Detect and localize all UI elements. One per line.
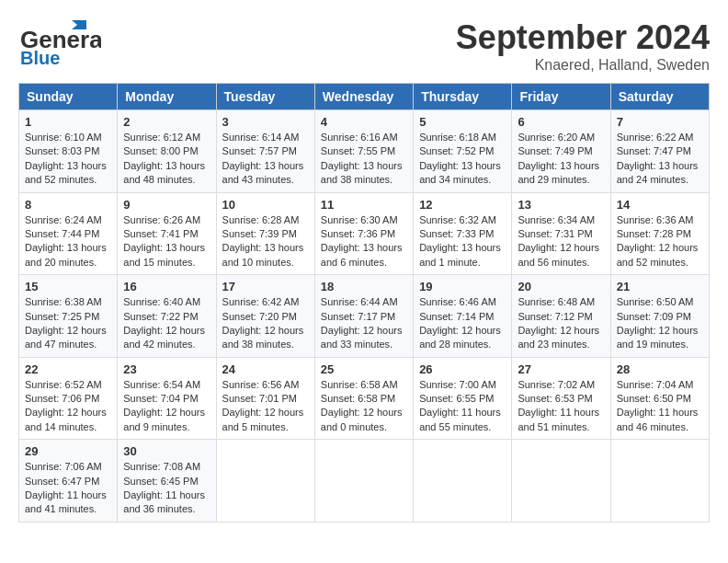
- cell-line: Sunset: 6:53 PM: [518, 392, 604, 406]
- calendar-cell: 19Sunrise: 6:46 AMSunset: 7:14 PMDayligh…: [414, 275, 512, 358]
- calendar-cell: 1Sunrise: 6:10 AMSunset: 8:03 PMDaylight…: [19, 110, 118, 193]
- cell-line: Sunset: 7:31 PM: [518, 227, 604, 241]
- calendar-cell: 20Sunrise: 6:48 AMSunset: 7:12 PMDayligh…: [512, 275, 610, 358]
- cell-line: Sunset: 7:39 PM: [222, 227, 309, 241]
- cell-content: Sunrise: 6:52 AMSunset: 7:06 PMDaylight:…: [25, 378, 111, 435]
- calendar-cell: [414, 440, 512, 523]
- calendar-cell: [314, 440, 413, 523]
- cell-line: Daylight: 13 hours: [321, 159, 407, 173]
- cell-line: Daylight: 13 hours: [518, 159, 604, 173]
- calendar-week-2: 8Sunrise: 6:24 AMSunset: 7:44 PMDaylight…: [19, 192, 710, 275]
- calendar-cell: 5Sunrise: 6:18 AMSunset: 7:52 PMDaylight…: [414, 110, 512, 193]
- cell-line: Sunrise: 6:40 AM: [123, 295, 210, 309]
- cell-content: Sunrise: 6:10 AMSunset: 8:03 PMDaylight:…: [25, 131, 111, 188]
- cell-content: Sunrise: 6:22 AMSunset: 7:47 PMDaylight:…: [617, 131, 703, 188]
- cell-line: Sunrise: 6:46 AM: [419, 295, 506, 309]
- day-number: 17: [222, 280, 309, 293]
- day-number: 23: [123, 362, 210, 376]
- cell-line: Daylight: 11 hours: [25, 488, 111, 502]
- day-number: 7: [617, 115, 703, 129]
- cell-content: Sunrise: 6:50 AMSunset: 7:09 PMDaylight:…: [617, 295, 703, 352]
- cell-content: Sunrise: 7:00 AMSunset: 6:55 PMDaylight:…: [419, 378, 506, 435]
- cell-content: Sunrise: 6:48 AMSunset: 7:12 PMDaylight:…: [518, 295, 604, 352]
- cell-line: Daylight: 11 hours: [617, 406, 703, 419]
- cell-line: and 33 minutes.: [321, 338, 407, 351]
- cell-content: Sunrise: 7:06 AMSunset: 6:47 PMDaylight:…: [25, 460, 111, 517]
- cell-line: Sunset: 7:22 PM: [123, 310, 210, 324]
- day-number: 11: [321, 198, 407, 212]
- calendar-cell: 24Sunrise: 6:56 AMSunset: 7:01 PMDayligh…: [216, 357, 314, 440]
- cell-line: Sunset: 7:14 PM: [419, 310, 506, 324]
- day-number: 29: [25, 444, 111, 458]
- cell-line: Sunrise: 6:26 AM: [123, 213, 210, 227]
- cell-line: Sunset: 7:41 PM: [123, 227, 210, 241]
- cell-line: Daylight: 12 hours: [518, 324, 604, 338]
- svg-marker-1: [72, 20, 86, 29]
- cell-content: Sunrise: 6:40 AMSunset: 7:22 PMDaylight:…: [123, 295, 210, 352]
- cell-line: Sunrise: 6:38 AM: [25, 295, 111, 309]
- cell-line: Daylight: 11 hours: [518, 406, 604, 419]
- month-title: September 2024: [456, 18, 710, 57]
- day-number: 2: [123, 115, 210, 129]
- cell-line: and 14 minutes.: [25, 420, 111, 434]
- cell-content: Sunrise: 6:42 AMSunset: 7:20 PMDaylight:…: [222, 295, 309, 352]
- calendar-cell: 22Sunrise: 6:52 AMSunset: 7:06 PMDayligh…: [19, 357, 118, 440]
- day-number: 13: [518, 198, 604, 212]
- cell-line: and 38 minutes.: [321, 173, 407, 187]
- cell-line: Sunrise: 6:32 AM: [419, 213, 506, 227]
- cell-line: Sunrise: 6:34 AM: [518, 213, 604, 227]
- cell-line: Sunset: 6:55 PM: [419, 392, 506, 406]
- calendar-cell: 27Sunrise: 7:02 AMSunset: 6:53 PMDayligh…: [512, 357, 610, 440]
- calendar-cell: 29Sunrise: 7:06 AMSunset: 6:47 PMDayligh…: [19, 440, 118, 523]
- cell-line: Sunrise: 6:56 AM: [222, 378, 309, 392]
- calendar-cell: 16Sunrise: 6:40 AMSunset: 7:22 PMDayligh…: [118, 275, 216, 358]
- cell-line: and 1 minute.: [419, 256, 506, 270]
- cell-line: Daylight: 13 hours: [25, 159, 111, 173]
- cell-line: Sunrise: 6:52 AM: [25, 378, 111, 392]
- day-number: 14: [617, 198, 703, 212]
- day-number: 12: [419, 198, 506, 212]
- cell-line: Daylight: 13 hours: [321, 241, 407, 255]
- calendar-table: SundayMondayTuesdayWednesdayThursdayFrid…: [18, 83, 710, 523]
- cell-content: Sunrise: 6:56 AMSunset: 7:01 PMDaylight:…: [222, 378, 309, 435]
- cell-line: Daylight: 11 hours: [419, 406, 506, 419]
- day-number: 30: [123, 444, 210, 458]
- cell-line: and 43 minutes.: [222, 173, 309, 187]
- calendar-cell: 6Sunrise: 6:20 AMSunset: 7:49 PMDaylight…: [512, 110, 610, 193]
- day-number: 3: [222, 115, 309, 129]
- cell-line: Sunrise: 6:12 AM: [123, 131, 210, 144]
- cell-line: and 6 minutes.: [321, 256, 407, 270]
- cell-line: and 20 minutes.: [25, 256, 111, 270]
- cell-line: and 38 minutes.: [222, 338, 309, 351]
- cell-content: Sunrise: 6:32 AMSunset: 7:33 PMDaylight:…: [419, 213, 506, 270]
- calendar-cell: [610, 440, 709, 523]
- calendar-cell: 21Sunrise: 6:50 AMSunset: 7:09 PMDayligh…: [610, 275, 709, 358]
- cell-line: Daylight: 12 hours: [419, 324, 506, 338]
- calendar-cell: 28Sunrise: 7:04 AMSunset: 6:50 PMDayligh…: [610, 357, 709, 440]
- cell-line: Daylight: 12 hours: [617, 241, 703, 255]
- calendar-week-5: 29Sunrise: 7:06 AMSunset: 6:47 PMDayligh…: [19, 440, 710, 523]
- calendar-cell: 12Sunrise: 6:32 AMSunset: 7:33 PMDayligh…: [414, 192, 512, 275]
- cell-line: Sunrise: 6:28 AM: [222, 213, 309, 227]
- cell-content: Sunrise: 6:36 AMSunset: 7:28 PMDaylight:…: [617, 213, 703, 270]
- cell-line: Sunrise: 6:36 AM: [617, 213, 703, 227]
- calendar-cell: 26Sunrise: 7:00 AMSunset: 6:55 PMDayligh…: [414, 357, 512, 440]
- day-number: 21: [617, 280, 703, 293]
- cell-line: Sunrise: 7:00 AM: [419, 378, 506, 392]
- calendar-cell: [512, 440, 610, 523]
- cell-line: Daylight: 13 hours: [25, 241, 111, 255]
- cell-line: Sunrise: 7:04 AM: [617, 378, 703, 392]
- cell-line: and 46 minutes.: [617, 420, 703, 434]
- cell-content: Sunrise: 6:18 AMSunset: 7:52 PMDaylight:…: [419, 131, 506, 188]
- cell-content: Sunrise: 6:38 AMSunset: 7:25 PMDaylight:…: [25, 295, 111, 352]
- cell-content: Sunrise: 6:26 AMSunset: 7:41 PMDaylight:…: [123, 213, 210, 270]
- cell-line: and 23 minutes.: [518, 338, 604, 351]
- cell-content: Sunrise: 6:54 AMSunset: 7:04 PMDaylight:…: [123, 378, 210, 435]
- cell-content: Sunrise: 6:46 AMSunset: 7:14 PMDaylight:…: [419, 295, 506, 352]
- calendar-cell: [216, 440, 314, 523]
- calendar-week-4: 22Sunrise: 6:52 AMSunset: 7:06 PMDayligh…: [19, 357, 710, 440]
- cell-line: Sunrise: 7:02 AM: [518, 378, 604, 392]
- cell-line: Daylight: 13 hours: [617, 159, 703, 173]
- cell-content: Sunrise: 6:16 AMSunset: 7:55 PMDaylight:…: [321, 131, 407, 188]
- calendar-cell: 7Sunrise: 6:22 AMSunset: 7:47 PMDaylight…: [610, 110, 709, 193]
